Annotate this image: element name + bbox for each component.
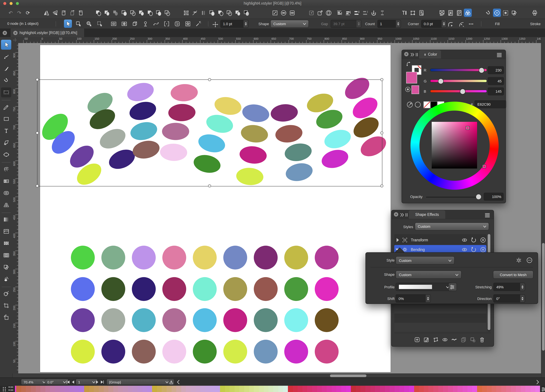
add-effect-button[interactable] bbox=[414, 336, 421, 343]
reset-icon[interactable] bbox=[471, 237, 477, 243]
count-stepper[interactable] bbox=[396, 20, 401, 27]
swap-fill-stroke-icon[interactable] bbox=[406, 61, 413, 68]
divide-shapes-icon[interactable] bbox=[129, 9, 137, 17]
color-swatch[interactable] bbox=[181, 386, 186, 392]
grid-circle[interactable] bbox=[254, 277, 278, 301]
page-dropdown[interactable]: 1 bbox=[76, 379, 97, 385]
color-swatch[interactable] bbox=[463, 386, 467, 392]
color-swatch[interactable] bbox=[506, 386, 511, 392]
select-rect-tool[interactable] bbox=[74, 19, 82, 28]
redo-icon[interactable]: ↷ bbox=[15, 9, 23, 17]
grid-circle[interactable] bbox=[254, 308, 278, 332]
selection-handle[interactable] bbox=[36, 184, 39, 187]
link-circle-icon[interactable] bbox=[280, 9, 288, 17]
r-value[interactable]: 230 bbox=[488, 67, 504, 74]
palette-list-icon[interactable] bbox=[8, 386, 14, 392]
rotate-page-tool[interactable] bbox=[1, 312, 11, 323]
drag-handle-icon[interactable] bbox=[2, 386, 7, 392]
color-swatch[interactable] bbox=[152, 386, 157, 392]
color-swatch[interactable] bbox=[176, 386, 181, 392]
rotation-center-icon[interactable] bbox=[493, 9, 501, 17]
grid-circle[interactable] bbox=[193, 246, 217, 270]
color-swatch[interactable] bbox=[467, 386, 472, 392]
weld-shapes-icon[interactable] bbox=[94, 9, 102, 17]
magnet-lasso-tool[interactable] bbox=[1, 75, 11, 86]
color-swatch[interactable] bbox=[186, 386, 191, 392]
color-swatch[interactable] bbox=[239, 386, 244, 392]
path-curve-tool[interactable] bbox=[152, 19, 160, 28]
color-swatch[interactable] bbox=[317, 386, 322, 392]
effect-row-transform[interactable]: Transform bbox=[394, 235, 486, 245]
shape-back-icon[interactable] bbox=[217, 9, 225, 17]
color-swatch[interactable] bbox=[225, 386, 229, 392]
blend-isolate-icon[interactable] bbox=[464, 9, 472, 17]
collapse-panel-icon[interactable] bbox=[410, 52, 415, 57]
color-swatch[interactable] bbox=[327, 386, 331, 392]
color-swatch[interactable] bbox=[259, 386, 264, 392]
selection-handle[interactable] bbox=[208, 78, 211, 81]
grid-circle[interactable] bbox=[254, 246, 278, 270]
color-swatch[interactable] bbox=[167, 386, 171, 392]
align-baseline-icon[interactable] bbox=[361, 9, 369, 17]
align-top-icon[interactable] bbox=[335, 9, 343, 17]
color-swatch[interactable] bbox=[162, 386, 167, 392]
selection-bounding-box[interactable] bbox=[37, 80, 382, 186]
toggle-visibility-button[interactable] bbox=[441, 336, 449, 343]
color-wheel-tool[interactable] bbox=[1, 289, 11, 299]
color-swatch[interactable] bbox=[220, 386, 225, 392]
shape-mask-icon[interactable] bbox=[225, 9, 233, 17]
undo-icon[interactable]: ↶ bbox=[7, 9, 15, 17]
color-swatch[interactable] bbox=[356, 386, 361, 392]
grid-circle[interactable] bbox=[223, 308, 247, 332]
rectangle-tool[interactable] bbox=[1, 114, 11, 124]
selection-handle[interactable] bbox=[380, 184, 383, 187]
grid-circle[interactable] bbox=[132, 340, 156, 363]
color-swatch[interactable] bbox=[336, 386, 341, 392]
color-swatch[interactable] bbox=[487, 386, 491, 392]
shear-icon[interactable] bbox=[191, 9, 199, 17]
frame-tool[interactable] bbox=[1, 188, 11, 198]
opacity-handle[interactable] bbox=[476, 194, 481, 199]
collapse-left-icon[interactable] bbox=[176, 379, 181, 385]
subtract-shapes-icon[interactable] bbox=[103, 9, 111, 17]
color-swatch[interactable] bbox=[104, 386, 108, 392]
delete-effect-button[interactable] bbox=[478, 336, 486, 343]
b-slider-handle[interactable] bbox=[460, 89, 466, 94]
rotate-right-icon[interactable] bbox=[77, 9, 85, 17]
stretching-input[interactable]: 49% bbox=[494, 283, 525, 291]
ellipse-node-tool[interactable] bbox=[1, 150, 11, 159]
color-swatch[interactable] bbox=[99, 386, 104, 392]
document-tab[interactable]: × highlight4.vstyler [RGB] [@70.4%] bbox=[11, 29, 84, 37]
color-swatch[interactable] bbox=[530, 386, 535, 392]
color-swatch[interactable] bbox=[244, 386, 249, 392]
count-input[interactable]: 1 bbox=[378, 20, 401, 27]
shape-pair-tool[interactable] bbox=[1, 262, 11, 272]
crop-tool[interactable] bbox=[1, 301, 11, 311]
collapse-panel-icon[interactable] bbox=[400, 212, 404, 218]
color-swatch[interactable] bbox=[516, 386, 521, 392]
color-swatch[interactable] bbox=[477, 386, 482, 392]
selection-handle[interactable] bbox=[36, 131, 39, 134]
align-bottom-icon[interactable] bbox=[344, 9, 352, 17]
grid-circle[interactable] bbox=[223, 277, 247, 301]
grid-circle[interactable] bbox=[132, 277, 156, 301]
color-swatch[interactable] bbox=[94, 386, 99, 392]
grid-circle[interactable] bbox=[101, 246, 125, 270]
style-dropdown[interactable]: Custom bbox=[396, 257, 454, 264]
pull-down-icon[interactable] bbox=[370, 9, 378, 17]
grid-circle[interactable] bbox=[162, 340, 186, 363]
color-swatch[interactable] bbox=[472, 386, 477, 392]
shape-invert-icon[interactable] bbox=[242, 9, 250, 17]
color-swatch[interactable] bbox=[26, 386, 31, 392]
grid-circle[interactable] bbox=[193, 308, 217, 332]
color-panel-tab[interactable]: Color bbox=[419, 50, 441, 59]
color-swatch[interactable] bbox=[254, 386, 259, 392]
select-tool[interactable] bbox=[64, 19, 72, 28]
smooth-button[interactable] bbox=[451, 336, 458, 343]
bars-icon[interactable] bbox=[199, 9, 207, 17]
color-swatch[interactable] bbox=[458, 386, 463, 392]
frame-nodes-icon[interactable] bbox=[182, 9, 190, 17]
grid-circle[interactable] bbox=[101, 308, 125, 332]
hue-marker[interactable] bbox=[482, 165, 486, 168]
color-swatch[interactable] bbox=[40, 386, 45, 392]
